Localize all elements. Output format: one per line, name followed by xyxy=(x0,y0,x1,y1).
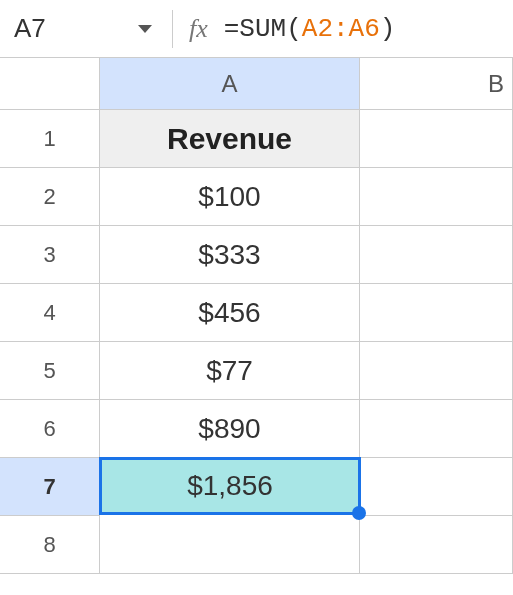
cell-b4[interactable] xyxy=(360,284,513,342)
formula-prefix: =SUM( xyxy=(224,14,302,44)
cell-a3[interactable]: $333 xyxy=(100,226,360,284)
formula-suffix: ) xyxy=(380,14,396,44)
cell-a7-value: $1,856 xyxy=(187,470,273,502)
fx-icon: fx xyxy=(189,14,208,44)
cell-a2[interactable]: $100 xyxy=(100,168,360,226)
cell-a5[interactable]: $77 xyxy=(100,342,360,400)
cell-b3[interactable] xyxy=(360,226,513,284)
row-header-8[interactable]: 8 xyxy=(0,516,100,574)
row-header-3[interactable]: 3 xyxy=(0,226,100,284)
row-header-2[interactable]: 2 xyxy=(0,168,100,226)
cell-a7[interactable]: $1,856 xyxy=(99,457,361,515)
column-header-a[interactable]: A xyxy=(100,58,360,110)
column-header-b[interactable]: B xyxy=(360,58,513,110)
cell-b5[interactable] xyxy=(360,342,513,400)
fill-handle[interactable] xyxy=(352,506,366,520)
row-header-1[interactable]: 1 xyxy=(0,110,100,168)
spreadsheet-grid: A B 1 Revenue 2 $100 3 $333 4 $456 5 $77… xyxy=(0,58,513,574)
cell-a6[interactable]: $890 xyxy=(100,400,360,458)
divider xyxy=(172,10,173,48)
cell-a4[interactable]: $456 xyxy=(100,284,360,342)
name-box-dropdown-icon[interactable] xyxy=(138,25,152,33)
cell-a1[interactable]: Revenue xyxy=(100,110,360,168)
cell-b6[interactable] xyxy=(360,400,513,458)
cell-b2[interactable] xyxy=(360,168,513,226)
row-header-6[interactable]: 6 xyxy=(0,400,100,458)
cell-a8[interactable] xyxy=(100,516,360,574)
row-header-4[interactable]: 4 xyxy=(0,284,100,342)
cell-b8[interactable] xyxy=(360,516,513,574)
cell-b7[interactable] xyxy=(360,458,513,516)
formula-bar: A7 fx =SUM(A2:A6) xyxy=(0,0,513,58)
cell-b1[interactable] xyxy=(360,110,513,168)
row-header-7[interactable]: 7 xyxy=(0,458,100,516)
formula-range: A2:A6 xyxy=(302,14,380,44)
row-header-5[interactable]: 5 xyxy=(0,342,100,400)
formula-input[interactable]: =SUM(A2:A6) xyxy=(224,14,396,44)
select-all-corner[interactable] xyxy=(0,58,100,110)
name-box[interactable]: A7 xyxy=(8,13,138,44)
